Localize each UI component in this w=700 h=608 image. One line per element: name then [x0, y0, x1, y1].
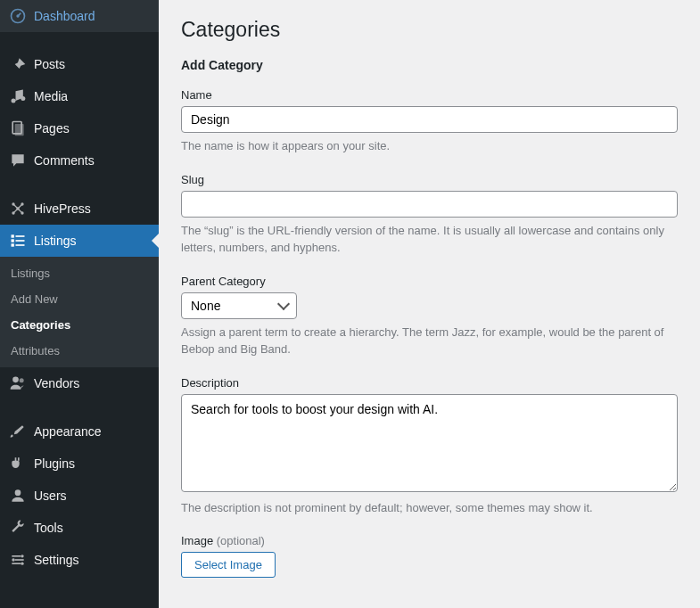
comment-icon: [9, 152, 27, 169]
parent-label: Parent Category: [181, 275, 678, 288]
svg-point-1: [16, 14, 19, 17]
listings-icon: [9, 232, 27, 250]
menu-label: Tools: [34, 521, 63, 535]
slug-label: Slug: [181, 173, 678, 186]
svg-rect-20: [15, 559, 24, 561]
menu-separator: [0, 32, 159, 48]
menu-label: Vendors: [34, 376, 79, 390]
description-field: Description Search for tools to boost yo…: [181, 376, 678, 517]
menu-label: Appearance: [34, 424, 102, 439]
menu-item-dashboard[interactable]: Dashboard: [0, 0, 159, 32]
select-image-button[interactable]: Select Image: [181, 552, 276, 578]
menu-item-vendors[interactable]: Vendors: [0, 367, 159, 399]
parent-field: Parent Category None Assign a parent ter…: [181, 275, 678, 358]
music-icon: [9, 87, 27, 105]
plugin-icon: [9, 455, 27, 472]
brush-icon: [9, 423, 27, 440]
menu-label: Dashboard: [34, 9, 95, 23]
svg-rect-4: [15, 124, 24, 136]
main-content: Categories Add Category Name The name is…: [159, 0, 700, 608]
menu-item-settings[interactable]: Settings: [0, 544, 159, 576]
submenu-listings: Listings Add New Categories Attributes: [0, 257, 159, 367]
svg-rect-21: [12, 563, 21, 564]
image-field: Image (optional) Select Image: [181, 534, 678, 578]
menu-item-plugins[interactable]: Plugins: [0, 448, 159, 480]
menu-item-media[interactable]: Media: [0, 80, 159, 112]
admin-sidebar: Dashboard Posts Media Pages Comments Hiv…: [0, 0, 159, 608]
slug-help: The “slug” is the URL-friendly version o…: [181, 222, 678, 257]
description-textarea[interactable]: Search for tools to boost your design wi…: [181, 394, 678, 492]
user-icon: [9, 487, 27, 505]
description-label: Description: [181, 376, 678, 390]
svg-point-16: [12, 377, 19, 383]
svg-point-2: [21, 96, 25, 101]
svg-rect-11: [12, 239, 14, 242]
svg-rect-19: [12, 555, 21, 557]
menu-label: Posts: [34, 57, 65, 71]
submenu-item-add-new[interactable]: Add New: [0, 286, 159, 312]
name-label: Name: [181, 88, 678, 102]
name-input[interactable]: [181, 106, 678, 133]
menu-separator: [0, 399, 159, 415]
menu-item-pages[interactable]: Pages: [0, 112, 159, 144]
name-field: Name The name is how it appears on your …: [181, 88, 678, 155]
parent-select[interactable]: None: [181, 292, 297, 319]
menu-item-comments[interactable]: Comments: [0, 144, 159, 177]
svg-rect-12: [12, 243, 14, 246]
svg-rect-13: [16, 235, 25, 237]
menu-item-tools[interactable]: Tools: [0, 512, 159, 544]
submenu-item-listings[interactable]: Listings: [0, 260, 159, 286]
svg-point-23: [12, 558, 14, 561]
section-title: Add Category: [181, 58, 678, 72]
svg-point-18: [15, 489, 21, 496]
submenu-item-attributes[interactable]: Attributes: [0, 338, 159, 364]
svg-point-24: [21, 563, 23, 565]
menu-label: Plugins: [34, 456, 75, 471]
wrench-icon: [9, 519, 27, 537]
settings-icon: [9, 551, 27, 569]
svg-rect-14: [16, 240, 25, 242]
menu-label: Pages: [34, 121, 70, 136]
description-help: The description is not prominent by defa…: [181, 499, 678, 517]
menu-item-appearance[interactable]: Appearance: [0, 415, 159, 448]
menu-item-hivepress[interactable]: HivePress: [0, 193, 159, 225]
svg-rect-10: [12, 234, 14, 237]
dashboard-icon: [9, 7, 27, 25]
menu-item-users[interactable]: Users: [0, 480, 159, 512]
menu-label: Users: [34, 489, 67, 503]
svg-point-22: [21, 555, 23, 557]
pin-icon: [9, 55, 27, 73]
submenu-item-categories[interactable]: Categories: [0, 312, 159, 338]
svg-rect-15: [16, 244, 25, 246]
menu-item-posts[interactable]: Posts: [0, 48, 159, 80]
menu-label: Settings: [34, 553, 79, 567]
slug-input[interactable]: [181, 191, 678, 218]
parent-select-wrap: None: [181, 292, 297, 319]
pages-icon: [9, 119, 27, 137]
svg-point-17: [20, 378, 24, 382]
name-help: The name is how it appears on your site.: [181, 137, 678, 155]
menu-label: Comments: [34, 153, 95, 168]
menu-label: HivePress: [34, 201, 91, 216]
slug-field: Slug The “slug” is the URL-friendly vers…: [181, 173, 678, 257]
parent-help: Assign a parent term to create a hierarc…: [181, 324, 678, 358]
page-title: Categories: [181, 18, 678, 42]
menu-label: Listings: [34, 234, 76, 248]
hivepress-icon: [9, 200, 27, 218]
menu-label: Media: [34, 89, 68, 103]
vendors-icon: [9, 374, 27, 392]
menu-item-listings[interactable]: Listings: [0, 225, 159, 257]
image-label: Image (optional): [181, 534, 678, 547]
menu-separator: [0, 177, 159, 193]
